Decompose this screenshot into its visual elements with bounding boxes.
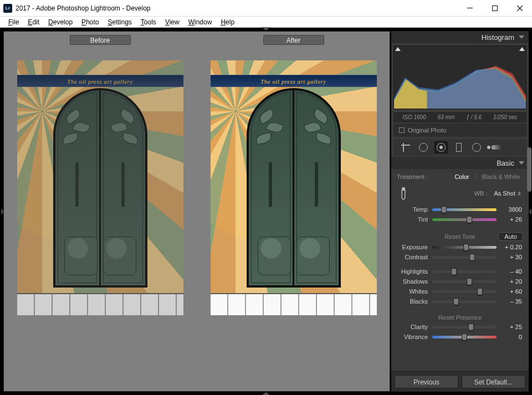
vibrance-slider[interactable]: Vibrance 0: [393, 332, 526, 342]
meta-shutter: 1/250 sec: [493, 114, 517, 120]
menu-settings[interactable]: Settings: [104, 17, 135, 27]
slider-handle[interactable]: [467, 278, 472, 285]
exposure-slider[interactable]: Exposure + 0.20: [393, 242, 526, 252]
chevron-down-icon: [519, 161, 524, 165]
treatment-color-option[interactable]: Color: [451, 172, 472, 181]
slider-value[interactable]: + 26: [499, 216, 523, 223]
slider-value[interactable]: – 40: [499, 268, 523, 275]
auto-tone-button[interactable]: Auto: [498, 232, 523, 241]
slider-handle[interactable]: [468, 324, 474, 331]
slider-handle[interactable]: [462, 334, 467, 341]
white-balance-row: WB : As Shot: [393, 184, 526, 204]
crop-tool[interactable]: [399, 141, 412, 153]
before-photo[interactable]: The oil press art gallery: [17, 60, 183, 315]
whites-slider[interactable]: Whites + 60: [393, 286, 526, 296]
adjustment-brush-tool[interactable]: [488, 141, 501, 153]
slider-handle[interactable]: [469, 254, 475, 261]
blacks-slider[interactable]: Blacks – 35: [393, 296, 526, 306]
previous-button[interactable]: Previous: [395, 375, 458, 388]
slider-value[interactable]: + 60: [499, 288, 523, 295]
tint-slider[interactable]: Tint + 26: [393, 214, 526, 224]
slider-value[interactable]: + 0.20: [499, 244, 523, 250]
basic-panel-body: Treatment : Color | Black & White WB : A…: [391, 169, 529, 371]
slider-value[interactable]: 0: [499, 334, 523, 340]
slider-handle[interactable]: [467, 216, 472, 223]
wb-preset-select[interactable]: As Shot: [492, 190, 523, 197]
set-default-button[interactable]: Set Default...: [462, 375, 525, 388]
window-close-button[interactable]: [507, 0, 532, 16]
menu-tools[interactable]: Tools: [137, 17, 160, 27]
slider-label: Blacks: [397, 298, 430, 305]
histogram-panel-header[interactable]: Histogram: [391, 31, 529, 43]
slider-label: Exposure: [397, 244, 430, 250]
app-frame: Before The oil press art gallery: [0, 28, 532, 395]
wb-label: WB :: [415, 190, 487, 197]
temp-slider[interactable]: Temp 3800: [393, 204, 526, 214]
slider-handle[interactable]: [477, 288, 483, 295]
menu-edit[interactable]: Edit: [24, 17, 43, 27]
histogram-metadata: ISO 1600 63 mm ƒ / 5.6 1/250 sec: [393, 111, 526, 122]
chevron-down-icon: [519, 35, 524, 39]
slider-handle[interactable]: [441, 206, 447, 213]
wb-preset-value: As Shot: [494, 190, 515, 197]
window-minimize-button[interactable]: [457, 0, 482, 16]
graduated-filter-tool[interactable]: [452, 141, 466, 153]
slider-handle[interactable]: [453, 298, 459, 305]
slider-label: Shadows: [397, 278, 430, 285]
slider-label: Tint: [397, 216, 430, 223]
meta-focal: 63 mm: [438, 114, 455, 120]
reset-tone-label[interactable]: Reset Tone: [444, 233, 475, 240]
after-label: After: [263, 35, 324, 45]
window-maximize-button[interactable]: [482, 0, 507, 16]
slider-value[interactable]: – 35: [499, 298, 523, 305]
slider-label: Clarity: [397, 324, 430, 330]
slider-value[interactable]: + 25: [499, 324, 523, 330]
collapse-bottom-panel-icon[interactable]: [262, 392, 270, 395]
window-titlebar: Lr 2017 - Adobe Photoshop Lightroom - De…: [0, 0, 532, 17]
menu-develop[interactable]: Develop: [44, 17, 76, 27]
slider-handle[interactable]: [451, 268, 457, 275]
spot-removal-tool[interactable]: [417, 141, 430, 153]
updown-icon: [518, 192, 521, 196]
treatment-bw-option[interactable]: Black & White: [479, 172, 523, 181]
slider-value[interactable]: 3800: [499, 206, 523, 213]
after-photo[interactable]: The oil press art gallery: [211, 60, 377, 315]
menubar: File Edit Develop Photo Settings Tools V…: [0, 17, 532, 28]
slider-handle[interactable]: [463, 244, 469, 251]
basic-panel-header[interactable]: Basic: [391, 157, 529, 169]
preview-area: Before The oil press art gallery: [3, 31, 390, 392]
bottom-button-row: Previous Set Default...: [391, 371, 529, 392]
menu-help[interactable]: Help: [217, 17, 238, 27]
shadows-slider[interactable]: Shadows + 20: [393, 276, 526, 286]
treatment-row: Treatment : Color | Black & White: [393, 169, 526, 184]
window-title: 2017 - Adobe Photoshop Lightroom - Devel…: [16, 4, 457, 12]
photo-banner-text: The oil press art gallery: [17, 75, 183, 87]
contrast-slider[interactable]: Contrast + 30: [393, 252, 526, 262]
slider-label: Contrast: [397, 254, 430, 260]
histogram-chart[interactable]: [393, 45, 526, 109]
menu-window[interactable]: Window: [185, 17, 216, 27]
reset-presence-label[interactable]: Reset Presence: [438, 314, 482, 321]
slider-value[interactable]: + 20: [499, 278, 523, 285]
preview-after-column: After The oil press art gallery: [197, 32, 390, 391]
clarity-slider[interactable]: Clarity + 25: [393, 322, 526, 332]
original-photo-toggle[interactable]: Original Photo: [393, 124, 526, 137]
collapse-top-panel-icon[interactable]: [262, 27, 270, 30]
radial-filter-tool[interactable]: [470, 141, 483, 153]
panel-scrollbar[interactable]: [527, 147, 531, 192]
checkbox-icon: [399, 127, 405, 133]
slider-value[interactable]: + 30: [499, 254, 523, 260]
highlights-slider[interactable]: Highlights – 40: [393, 266, 526, 276]
histogram-title: Histogram: [482, 33, 514, 42]
menu-file[interactable]: File: [4, 17, 23, 27]
menu-photo[interactable]: Photo: [78, 17, 103, 27]
presence-section-header: Reset Presence: [393, 311, 526, 322]
redeye-tool[interactable]: [434, 141, 448, 153]
slider-label: Whites: [397, 288, 430, 295]
eyedropper-icon[interactable]: [394, 184, 413, 203]
treatment-label: Treatment :: [397, 173, 428, 180]
app-icon: Lr: [3, 4, 12, 13]
original-photo-label: Original Photo: [408, 127, 447, 134]
meta-aperture: ƒ / 5.6: [466, 114, 482, 120]
menu-view[interactable]: View: [161, 17, 183, 27]
